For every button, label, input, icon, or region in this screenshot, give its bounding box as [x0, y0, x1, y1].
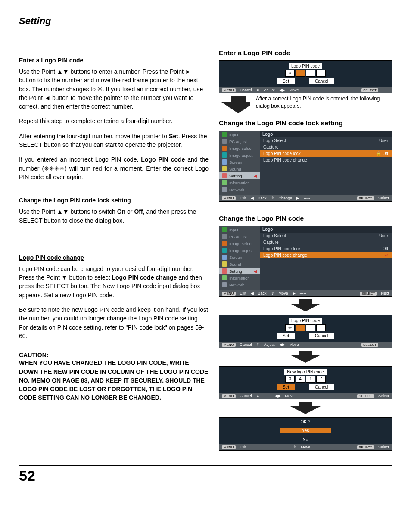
svg-marker-0 — [221, 96, 250, 113]
body-text: Repeat this step to complete entering a … — [19, 117, 209, 125]
menu-item[interactable]: Logo SelectUser — [260, 137, 392, 144]
pin-digit[interactable] — [316, 324, 326, 331]
sidebar-label: Screen — [229, 160, 242, 165]
hint-bar: MENUCancel ⇕Adjust ◀▶Move SELECT----- — [219, 87, 392, 93]
cancel-button[interactable]: Cancel — [309, 384, 334, 390]
sidebar-item[interactable]: PC adjust — [219, 233, 260, 240]
body-text: After entering the four-digit number, mo… — [19, 132, 209, 149]
section-title: Enter a Logo PIN code — [219, 49, 392, 57]
section-title: Change the Logo PIN code lock setting — [219, 119, 392, 127]
sidebar-item[interactable]: Image adjust — [219, 152, 260, 159]
caution-body: WHEN YOU HAVE CHANGED THE LOGO PIN CODE,… — [19, 358, 209, 402]
svg-marker-1 — [290, 299, 321, 311]
set-button[interactable]: Set — [277, 384, 295, 390]
menu-item[interactable]: Logo SelectUser — [260, 233, 392, 239]
sidebar-label: Screen — [229, 255, 242, 260]
pin-digit[interactable]: 4 — [296, 376, 305, 383]
sidebar-item[interactable]: Image select — [219, 145, 260, 152]
arrow-down-icon — [219, 95, 250, 114]
menu-icon — [222, 187, 227, 192]
arrow-down-icon — [219, 299, 392, 312]
menu-item[interactable]: Logo PIN code lockOff — [260, 246, 392, 252]
sidebar-item[interactable]: Network — [219, 186, 260, 193]
sidebar-item[interactable]: Image select — [219, 240, 260, 247]
pin-digit[interactable]: ✳ — [285, 70, 295, 77]
sidebar-item[interactable]: Input — [219, 131, 260, 138]
hint-bar: MENUCancel ⇕----- ◀▶Move SELECTSelect — [219, 393, 392, 399]
menu-item[interactable]: Capture — [260, 239, 392, 246]
caution-label: CAUTION: — [19, 352, 209, 358]
pin-digit-selected[interactable] — [296, 70, 305, 77]
menu-icon — [222, 139, 227, 144]
svg-marker-3 — [290, 402, 321, 414]
chevron-left-icon: ◀ — [254, 174, 257, 178]
osd-menu: InputPC adjustImage selectImage adjustSc… — [219, 226, 392, 290]
pin-digit[interactable]: ✳ — [285, 324, 295, 331]
pin-digit[interactable]: 1 — [306, 376, 315, 383]
menu-item[interactable]: Logo PIN code lock🔒 Off — [260, 150, 392, 157]
pin-digit[interactable]: 3 — [285, 376, 295, 383]
section-title: Change the Logo PIN code — [219, 215, 392, 222]
chapter-title: Setting — [19, 16, 392, 27]
sidebar-label: Setting — [229, 269, 242, 274]
set-button[interactable]: Set — [277, 78, 295, 84]
svg-marker-2 — [290, 351, 321, 363]
pin-digit[interactable] — [306, 70, 315, 77]
set-button[interactable]: Set — [277, 333, 295, 339]
cancel-button[interactable]: Cancel — [309, 333, 334, 339]
sidebar-item[interactable]: Screen — [219, 254, 260, 261]
panel-title: Logo — [260, 226, 392, 233]
new-logo-pin-dialog: New logo PIN code 3 4 1 7 Set Cancel MEN… — [219, 366, 392, 399]
menu-item[interactable]: Logo PIN code change — [260, 157, 392, 163]
menu-icon: MENU — [222, 196, 236, 200]
heading-pin-change: Logo PIN code change — [19, 254, 209, 261]
main-panel: Logo Logo SelectUserCaptureLogo PIN code… — [260, 131, 392, 195]
dialog-title: OK ? — [301, 420, 311, 424]
left-icon: ◀ — [251, 196, 254, 200]
sidebar-item[interactable]: Sound — [219, 165, 260, 172]
pin-digit-selected[interactable] — [296, 324, 305, 331]
updown-icon: ⇕ — [256, 88, 260, 92]
pin-digit[interactable]: 7 — [316, 376, 326, 383]
dialog-title: Logo PIN code — [289, 63, 322, 69]
sidebar-item[interactable]: Image adjust — [219, 247, 260, 254]
logo-pin-dialog: Logo PIN code ✳ Set Cancel MENUCancel ⇕A… — [219, 60, 392, 93]
menu-item[interactable]: Capture — [260, 144, 392, 150]
no-button[interactable]: No — [280, 437, 331, 442]
page-number: 52 — [19, 465, 392, 484]
menu-icon — [222, 268, 227, 274]
pin-digit[interactable] — [306, 324, 315, 331]
hint-bar: MENUExit ◀Back ⇕Move ▶----- SELECTNext — [219, 290, 392, 297]
sidebar-item[interactable]: Input — [219, 226, 260, 233]
hint-bar: MENUExit ◀Back ⇕Change ▶----- SELECTSele… — [219, 195, 392, 202]
menu-icon — [222, 132, 227, 137]
sidebar-label: Input — [229, 227, 238, 232]
sidebar-label: Image select — [229, 146, 252, 151]
updown-icon: ⇕ — [271, 196, 274, 200]
sidebar-label: Input — [229, 132, 238, 137]
sidebar-label: Sound — [229, 262, 241, 267]
sidebar-item[interactable]: Information — [219, 179, 260, 186]
sidebar-item[interactable]: Setting◀ — [219, 172, 260, 179]
caption-text: After a correct Logo PIN code is entered… — [256, 95, 392, 110]
body-text: Use the Point ▲▼ buttons to enter a numb… — [19, 67, 209, 111]
sidebar-item[interactable]: Setting◀ — [219, 268, 260, 274]
sidebar-item[interactable]: Sound — [219, 261, 260, 268]
menu-icon: MENU — [222, 88, 236, 92]
cancel-button[interactable]: Cancel — [309, 78, 334, 84]
sidebar-item[interactable]: Screen — [219, 159, 260, 165]
sidebar-label: Network — [229, 187, 244, 192]
sidebar-item[interactable]: Information — [219, 274, 260, 281]
body-text: If you entered an incorrect Logo PIN cod… — [19, 155, 209, 181]
sidebar-item[interactable]: PC adjust — [219, 138, 260, 145]
yes-button[interactable]: Yes — [280, 428, 331, 433]
left-column: Enter a Logo PIN code Use the Point ▲▼ b… — [19, 49, 209, 451]
pin-digit[interactable] — [316, 70, 326, 77]
menu-icon — [222, 146, 227, 151]
body-text: Be sure to note the new Logo PIN code an… — [19, 305, 209, 340]
menu-icon — [222, 180, 227, 185]
menu-item[interactable]: Logo PIN code change↵ — [260, 252, 392, 258]
body-text: Use the Point ▲▼ buttons to switch On or… — [19, 207, 209, 225]
heading-change-lock: Change the Logo PIN code lock setting — [19, 197, 209, 204]
sidebar-item[interactable]: Network — [219, 281, 260, 288]
